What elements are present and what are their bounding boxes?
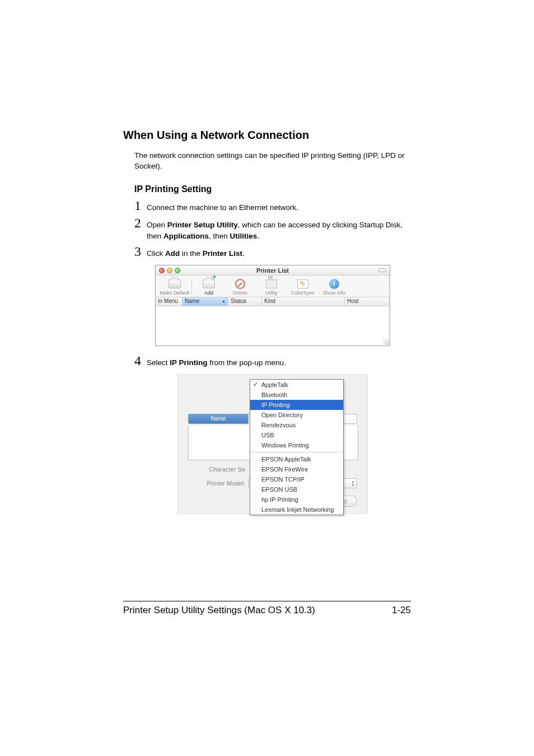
step-1: 1 Connect the machine to an Ethernet net… (134, 199, 411, 213)
menu-item-epson-firewire[interactable]: EPSON FireWire (250, 464, 343, 474)
text: . (242, 249, 245, 258)
bold-text: Applications (163, 232, 209, 240)
toolbar-label: Add (204, 290, 213, 296)
toolbar-label: ColorSync (291, 290, 315, 296)
toolbar-toggle-icon[interactable] (378, 268, 386, 272)
name-header[interactable]: Name (188, 414, 249, 424)
figure-printer-list: Printer List Make Default Add Delete (134, 265, 411, 346)
text: Select (147, 358, 170, 367)
printer-icon (168, 279, 181, 288)
menu-item-epson-tcpip[interactable]: EPSON TCP/IP (250, 474, 343, 484)
text: in the (180, 249, 203, 258)
heading-h3: IP Printing Setting (134, 184, 411, 194)
intro-paragraph: The network connection settings can be s… (134, 151, 411, 172)
toolbar-label: Delete (233, 290, 247, 296)
heading-h2: When Using a Network Connection (123, 129, 411, 142)
menu-item-rendezvous[interactable]: Rendezvous (250, 420, 343, 430)
col-kind[interactable]: Kind (262, 297, 345, 306)
step-number: 2 (134, 216, 147, 230)
step-number: 1 (134, 199, 147, 212)
step-text: Select IP Printing from the pop-up menu. (147, 355, 286, 368)
bold-text: IP Printing (170, 358, 207, 367)
printer-list-window: Printer List Make Default Add Delete (155, 265, 390, 346)
step-text: Connect the machine to an Ethernet netwo… (147, 200, 298, 213)
menu-item-lexmark[interactable]: Lexmark Inkjet Networking (250, 505, 343, 515)
col-in-menu[interactable]: In Menu (156, 297, 182, 306)
step-text: Click Add in the Printer List. (147, 246, 245, 259)
window-titlebar: Printer List (156, 265, 390, 276)
page: When Using a Network Connection The netw… (0, 0, 534, 756)
column-headers: In Menu Name Status Kind Host (156, 297, 390, 306)
utility-icon (266, 279, 277, 288)
menu-item-epson-usb[interactable]: EPSON USB (250, 484, 343, 494)
printer-model-label: Printer Model: (188, 480, 249, 487)
colorsync-button[interactable]: ColorSync (287, 278, 318, 296)
menu-separator (250, 452, 343, 452)
text: Open (147, 221, 167, 229)
bold-text: Printer Setup Utility (167, 221, 238, 229)
bold-text: Printer List (203, 249, 242, 258)
delete-icon (235, 279, 245, 289)
menu-item-open-directory[interactable]: Open Directory (250, 410, 343, 420)
toolbar-label: Show Info (323, 290, 345, 296)
add-printer-sheet: Name Character Se Printer Model: Add App… (177, 374, 368, 514)
bold-text: Utilities (230, 232, 257, 240)
connection-type-menu: AppleTalk Bluetooth IP Printing Open Dir… (250, 379, 344, 515)
step-2: 2 Open Printer Setup Utility, which can … (134, 216, 411, 241)
toolbar-label: Make Default (160, 290, 189, 296)
printer-add-icon (203, 279, 215, 288)
text: Click (147, 249, 165, 258)
bold-text: Add (165, 249, 180, 258)
menu-item-bluetooth[interactable]: Bluetooth (250, 390, 343, 400)
toolbar-label: Utility (265, 290, 278, 296)
add-button[interactable]: Add (193, 278, 224, 296)
footer-left: Printer Setup Utility Settings (Mac OS X… (123, 605, 315, 616)
menu-item-windows-printing[interactable]: Windows Printing (250, 440, 343, 450)
separator (191, 279, 192, 295)
figure-popup-menu: Name Character Se Printer Model: Add App… (134, 374, 411, 514)
info-icon: i (329, 279, 339, 289)
col-host[interactable]: Host (345, 297, 390, 306)
utility-button[interactable]: Utility (256, 278, 287, 296)
menu-item-usb[interactable]: USB (250, 430, 343, 440)
colorsync-icon (297, 279, 308, 288)
step-text: Open Printer Setup Utility, which can be… (147, 217, 411, 241)
col-status[interactable]: Status (228, 297, 262, 306)
menu-item-appletalk[interactable]: AppleTalk (250, 380, 343, 390)
text: , then (209, 232, 230, 240)
toolbar: Make Default Add Delete Utility Col (156, 276, 390, 297)
page-footer: Printer Setup Utility Settings (Mac OS X… (123, 601, 411, 616)
menu-item-ip-printing[interactable]: IP Printing (250, 400, 343, 410)
window-title: Printer List (156, 267, 390, 274)
step-number: 4 (134, 354, 147, 367)
step-3: 3 Click Add in the Printer List. (134, 245, 411, 259)
menu-item-hp-ip-printing[interactable]: hp IP Printing (250, 494, 343, 505)
menu-item-epson-appletalk[interactable]: EPSON AppleTalk (250, 454, 343, 464)
charset-label: Character Se (188, 466, 249, 473)
list-body (156, 306, 390, 346)
make-default-button[interactable]: Make Default (159, 278, 190, 296)
col-name[interactable]: Name (182, 297, 228, 306)
text: . (257, 232, 259, 240)
delete-button[interactable]: Delete (224, 278, 256, 296)
footer-right: 1-25 (392, 605, 411, 616)
show-info-button[interactable]: i Show Info (318, 278, 350, 296)
text: from the pop-up menu. (208, 358, 286, 367)
step-number: 3 (134, 245, 147, 258)
step-4: 4 Select IP Printing from the pop-up men… (134, 354, 411, 368)
